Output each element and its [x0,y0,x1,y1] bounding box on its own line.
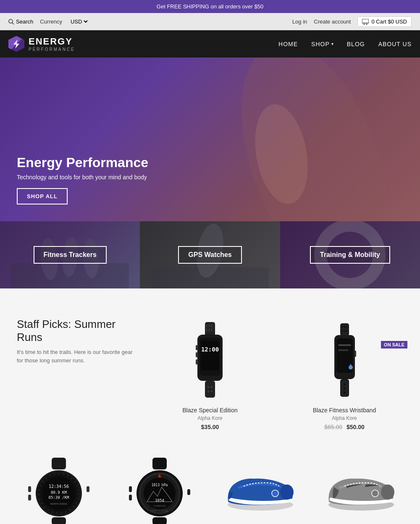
nav-shop[interactable]: SHOP [311,41,330,47]
svg-rect-36 [344,326,345,328]
product-name-2: Blaze Fitness Wristband [284,407,405,414]
svg-rect-18 [206,328,207,332]
svg-rect-79 [152,517,167,524]
login-link[interactable]: Log in [292,18,307,25]
svg-text:COMPASS: COMPASS [153,505,166,507]
svg-rect-44 [338,349,349,351]
utility-left: Search Currency USD [8,18,89,25]
staff-picks-description: It's time to hit the trails. Here is our… [17,348,134,364]
category-grid: Fitness Trackers GPS Watches Training & … [0,221,420,288]
cart-label: 0 Cart $0 USD [371,18,407,25]
svg-rect-15 [206,324,207,328]
svg-rect-65 [52,517,66,524]
svg-point-0 [9,19,13,23]
category-fitness-trackers[interactable]: Fitness Trackers [0,221,140,288]
product-image-2 [284,318,405,402]
currency-select[interactable]: USD [69,18,89,25]
tracker-blaze-special-icon: 12:00 [193,322,227,398]
svg-rect-17 [211,324,213,328]
watch-spartan-mil-icon: 12:34:56 80.9 KM 05:30 /KM NORTH EDGE [27,458,90,524]
brand-tagline: PERFORMANCE [29,47,75,52]
svg-point-51 [344,387,346,389]
tracker-blaze-fitness-icon [331,323,358,397]
hero-subtitle: Technology and tools for both your mind … [17,174,148,181]
svg-point-32 [211,390,213,392]
svg-rect-47 [354,351,356,357]
svg-rect-28 [205,381,215,398]
utility-bar: Search Currency USD Log in Create accoun… [0,13,420,30]
svg-point-82 [280,485,294,500]
svg-rect-25 [196,345,198,350]
banner-text: Get FREE SHIPPING on all orders over $50 [157,3,263,10]
product-name-1: Blaze Special Edition [149,407,271,414]
svg-point-83 [272,490,278,497]
svg-rect-37 [346,326,347,328]
category-label-3: Training & Mobility [310,246,390,264]
svg-text:80.9  KM: 80.9 KM [51,490,67,495]
category-gps-watches[interactable]: GPS Watches [140,221,280,288]
svg-rect-78 [187,489,190,495]
products-section: Staff Picks: Summer Runs It's time to hi… [0,288,420,524]
svg-rect-16 [208,324,210,328]
cart-button[interactable]: 0 Cart $0 USD [357,16,412,27]
product-spartan-altitude[interactable]: 1013 hPa 1054 COMPASS NORTH EDGE Spartan… [109,445,210,524]
top-banner: Get FREE SHIPPING on all orders over $50 [0,0,420,13]
logo[interactable]: ENERGY PERFORMANCE [8,36,75,52]
svg-point-85 [381,485,394,500]
svg-rect-53 [52,458,66,469]
svg-rect-26 [196,352,198,357]
nav-shop-dropdown[interactable]: SHOP ▾ [311,41,333,47]
create-account-link[interactable]: Create account [314,18,351,25]
svg-text:1054: 1054 [155,498,164,503]
shoe-blue-icon [220,470,300,512]
shoe-gray-icon [321,470,401,512]
svg-text:12:00: 12:00 [201,346,219,353]
svg-text:NORTH EDGE: NORTH EDGE [50,503,67,505]
staff-picks-title: Staff Picks: Summer Runs [17,318,134,344]
nav-blog[interactable]: BLOG [347,41,365,47]
logo-lightning [12,39,21,50]
svg-rect-20 [211,328,213,332]
svg-marker-5 [13,39,19,49]
svg-rect-62 [28,486,31,492]
svg-text:NORTH EDGE: NORTH EDGE [151,509,168,512]
nav-home[interactable]: HOME [278,41,298,47]
product-image-1: 12:00 [149,318,271,402]
category-training-mobility[interactable]: Training & Mobility [280,221,420,288]
svg-point-3 [364,24,365,25]
search-button[interactable]: Search [8,18,33,25]
product-blaze-special[interactable]: 12:00 Blaze Special Edition Alpha Kore $… [143,309,277,437]
svg-rect-63 [28,495,31,500]
top-products-row: Staff Picks: Summer Runs It's time to hi… [8,309,412,437]
search-label: Search [16,18,33,25]
product-blaze-fitness[interactable]: ON SALE [277,309,412,437]
svg-point-86 [372,490,378,497]
product-spartan-mil[interactable]: 12:34:56 80.9 KM 05:30 /KM NORTH EDGE Sp… [8,445,109,524]
product-shoe-30[interactable]: Free Motion-DS Trainer® 30 Free Motion [311,445,412,524]
cart-icon [362,19,369,25]
svg-rect-27 [196,359,198,364]
product-image-3: 12:34:56 80.9 KM 05:30 /KM NORTH EDGE [13,453,105,524]
category-label-1: Fitness Trackers [34,246,107,264]
svg-point-52 [344,391,346,393]
svg-rect-66 [152,458,167,469]
svg-rect-35 [342,326,343,328]
logo-text: ENERGY PERFORMANCE [29,36,75,52]
search-icon [8,19,14,25]
svg-rect-38 [342,330,343,332]
shop-all-button[interactable]: SHOP ALL [17,188,68,204]
utility-right: Log in Create account 0 Cart $0 USD [292,16,412,27]
svg-text:1013 hPa: 1013 hPa [152,483,168,487]
svg-rect-19 [208,328,210,332]
category-label-2: GPS Watches [178,246,242,264]
svg-text:12:34:56: 12:34:56 [49,484,69,489]
hero-content: Energy Performance Technology and tools … [17,155,148,204]
nav-about[interactable]: ABOUT US [378,41,412,47]
logo-icon [8,36,24,52]
product-vendor-1: Alpha Kore [149,415,271,421]
svg-rect-64 [87,486,89,492]
watch-spartan-altitude-icon: 1013 hPa 1054 COMPASS NORTH EDGE [128,458,191,524]
main-nav: ENERGY PERFORMANCE HOME SHOP ▾ BLOG ABOU… [0,30,420,58]
product-shoe-23[interactable]: Free Motion-DS Trainer® 23 Free Motion [210,445,311,524]
svg-rect-43 [338,344,351,346]
